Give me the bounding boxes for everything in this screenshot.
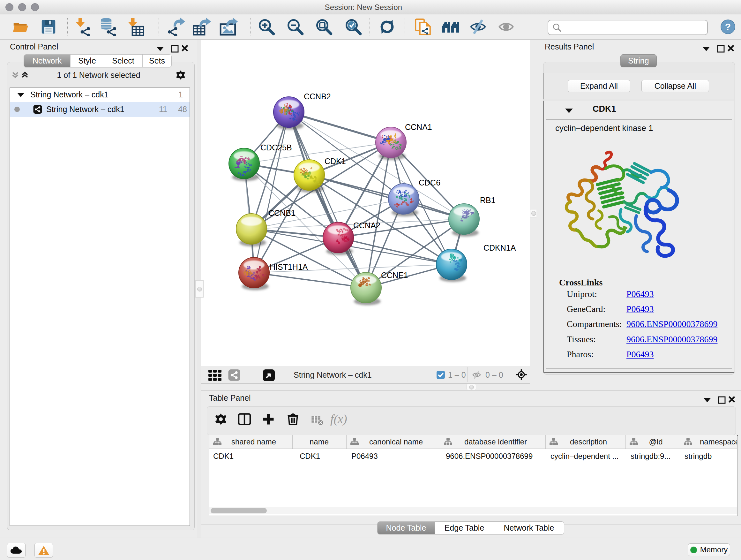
- svg-text:?: ?: [725, 21, 731, 32]
